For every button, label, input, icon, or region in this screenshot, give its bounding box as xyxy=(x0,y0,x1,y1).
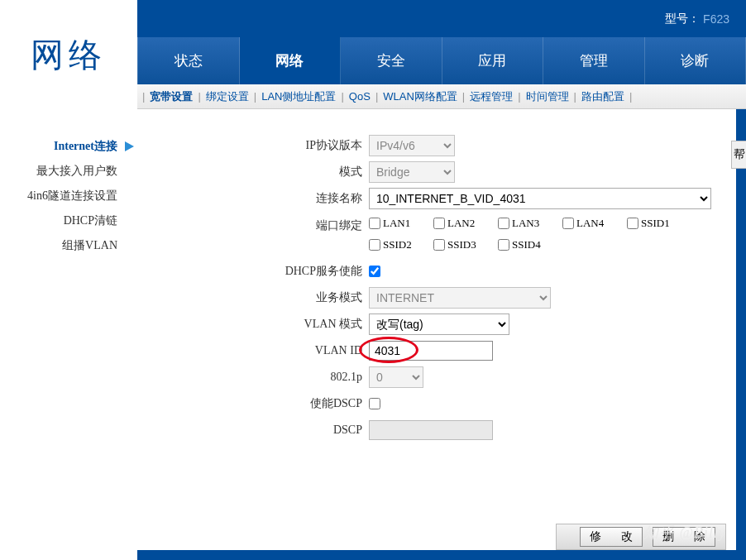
tab-diagnose[interactable]: 诊断 xyxy=(645,37,747,84)
port-ssid1-checkbox[interactable] xyxy=(627,218,638,229)
conn-name-label: 连接名称 xyxy=(170,191,369,206)
ip-version-label: IP协议版本 xyxy=(170,138,369,153)
vlan-mode-select[interactable]: 改写(tag) xyxy=(369,314,509,335)
subtab-lan-addr[interactable]: LAN侧地址配置 xyxy=(256,89,341,104)
sidebar-nav: Internet连接 最大接入用户数 4in6隧道连接设置 DHCP清链 组播V… xyxy=(0,109,137,258)
subtab-broadband[interactable]: 宽带设置 xyxy=(145,89,198,104)
help-tab[interactable]: 帮 xyxy=(731,141,746,169)
port-ssid2-checkbox[interactable] xyxy=(369,239,380,251)
model-label: 型号： xyxy=(665,12,700,26)
sidebar-item-dhcpclear[interactable]: DHCP清链 xyxy=(0,208,137,233)
dscp-input[interactable] xyxy=(369,420,493,440)
subtab-binding[interactable]: 绑定设置 xyxy=(201,89,254,104)
sub-tabs: | 宽带设置| 绑定设置| LAN侧地址配置| QoS| WLAN网络配置| 远… xyxy=(137,84,746,109)
subtab-wlan[interactable]: WLAN网络配置 xyxy=(378,89,462,104)
tab-manage[interactable]: 管理 xyxy=(543,37,645,84)
sidebar-item-4in6[interactable]: 4in6隧道连接设置 xyxy=(0,184,137,208)
enable-dscp-checkbox[interactable] xyxy=(369,398,380,409)
enable-dscp-label: 使能DSCP xyxy=(170,396,369,411)
port-ssid3-checkbox[interactable] xyxy=(433,239,445,251)
conn-name-select[interactable]: 10_INTERNET_B_VID_4031 xyxy=(369,188,711,209)
port-ssid4-checkbox[interactable] xyxy=(498,239,509,251)
subtab-route[interactable]: 路由配置 xyxy=(576,89,629,104)
port-lan2-checkbox[interactable] xyxy=(433,218,445,229)
dscp-label: DSCP xyxy=(170,424,369,437)
port-lan1-checkbox[interactable] xyxy=(369,218,380,229)
sidebar-item-maxusers[interactable]: 最大接入用户数 xyxy=(0,159,137,184)
biz-mode-label: 业务模式 xyxy=(170,290,369,305)
sidebar-item-internet[interactable]: Internet连接 xyxy=(0,134,137,159)
port-bind-group: LAN1 LAN2 LAN3 LAN4 SSID1 SSID2 SSID3 SS… xyxy=(369,217,716,251)
mode-select[interactable]: Bridge xyxy=(369,161,455,183)
dhcp-enable-label: DHCP服务使能 xyxy=(170,264,369,279)
biz-mode-select[interactable]: INTERNET xyxy=(369,287,551,309)
port-lan3-checkbox[interactable] xyxy=(498,218,509,229)
main-tabs: 状态 网络 安全 应用 管理 诊断 xyxy=(137,37,746,84)
tab-app[interactable]: 应用 xyxy=(442,37,544,84)
dot1p-select[interactable]: 0 xyxy=(369,366,423,388)
dot1p-label: 802.1p xyxy=(170,371,369,384)
tab-network[interactable]: 网络 xyxy=(240,37,342,84)
tab-security[interactable]: 安全 xyxy=(341,37,442,84)
sidebar-item-multicast-vlan[interactable]: 组播VLAN xyxy=(0,233,137,258)
mode-label: 模式 xyxy=(170,165,369,179)
ip-version-select[interactable]: IPv4/v6 xyxy=(369,135,455,156)
subtab-time[interactable]: 时间管理 xyxy=(521,89,574,104)
brand-logo: 网络 xyxy=(0,0,137,109)
tab-status[interactable]: 状态 xyxy=(137,37,240,84)
subtab-qos[interactable]: QoS xyxy=(344,90,375,103)
form-panel: IP协议版本 IPv4/v6 模式 Bridge 连接名称 10_INTERNE… xyxy=(137,109,736,550)
dhcp-enable-checkbox[interactable] xyxy=(369,266,380,277)
model-value: F623 xyxy=(703,12,729,26)
port-lan4-checkbox[interactable] xyxy=(562,218,574,229)
top-bar: 型号： F623 xyxy=(137,0,746,37)
vlan-id-label: VLAN ID xyxy=(170,344,369,357)
subtab-remote[interactable]: 远程管理 xyxy=(465,89,518,104)
vlan-mode-label: VLAN 模式 xyxy=(170,317,369,332)
delete-button[interactable]: 删 除 xyxy=(653,527,715,547)
port-bind-label: 端口绑定 xyxy=(170,217,369,233)
vlan-id-input[interactable] xyxy=(369,341,493,361)
action-bar: 修 改 删 除 xyxy=(556,524,726,550)
modify-button[interactable]: 修 改 xyxy=(580,527,643,547)
